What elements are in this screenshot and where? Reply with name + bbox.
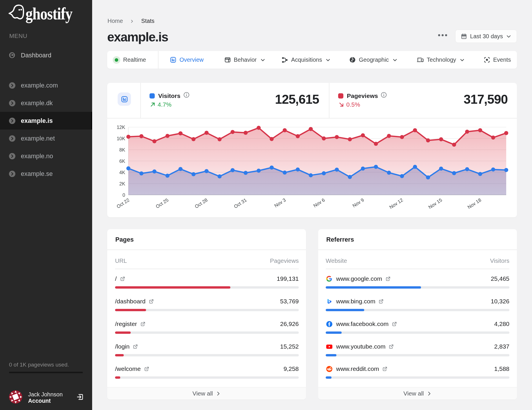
- svg-text:Nov 3: Nov 3: [273, 197, 287, 208]
- svg-text:Nov 15: Nov 15: [427, 197, 443, 210]
- svg-text:12K: 12K: [117, 125, 125, 130]
- svg-text:Nov 6: Nov 6: [312, 197, 326, 208]
- svg-text:0: 0: [123, 192, 125, 198]
- svg-text:Oct 28: Oct 28: [194, 197, 209, 209]
- svg-text:Oct 25: Oct 25: [155, 197, 170, 209]
- svg-text:4K: 4K: [119, 170, 125, 175]
- svg-text:2K: 2K: [119, 181, 125, 186]
- svg-text:Nov 12: Nov 12: [388, 197, 404, 210]
- svg-text:Nov 9: Nov 9: [351, 197, 365, 208]
- svg-text:10K: 10K: [117, 136, 125, 141]
- svg-text:Oct 22: Oct 22: [116, 197, 130, 209]
- svg-text:Nov 18: Nov 18: [467, 197, 482, 210]
- svg-text:6K: 6K: [119, 158, 125, 164]
- svg-text:Oct 31: Oct 31: [233, 197, 248, 209]
- svg-text:8K: 8K: [119, 147, 125, 152]
